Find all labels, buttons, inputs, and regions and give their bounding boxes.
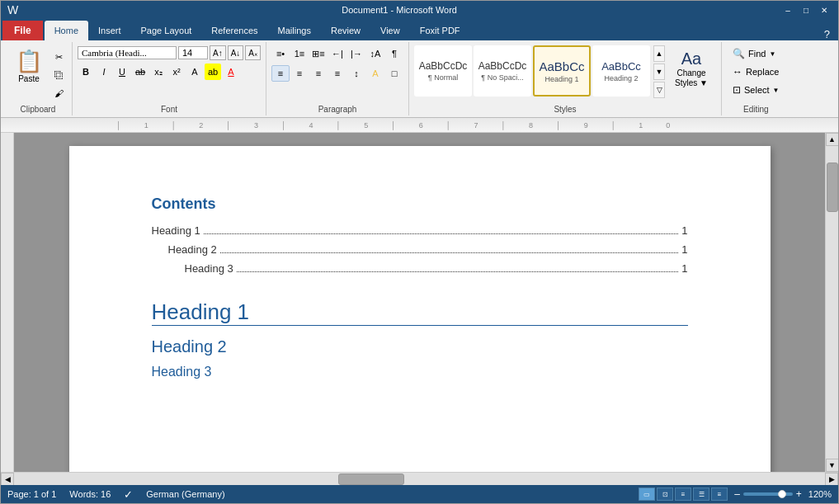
status-left: Page: 1 of 1 Words: 16 ✓ German (Germany… [7,488,225,501]
numbering-button[interactable]: 1≡ [290,45,309,62]
tab-foxit-pdf[interactable]: Foxit PDF [410,21,470,40]
toc-h3-page: 1 [681,262,687,275]
paste-button[interactable]: 📋 Paste [9,45,49,87]
toc-h2-dots [220,252,678,253]
font-size-input[interactable] [178,46,208,59]
styles-scroll-more[interactable]: ▽ [653,82,665,98]
font-size-inc-button[interactable]: A↑ [210,45,226,60]
font-size-dec-button[interactable]: A↓ [228,45,244,60]
styles-label: Styles [414,103,716,115]
styles-scroll-down[interactable]: ▼ [653,64,665,80]
hscroll-thumb[interactable] [338,473,404,485]
style-no-spacing[interactable]: AaBbCcDc ¶ No Spaci... [474,45,531,97]
italic-button[interactable]: I [96,64,112,80]
scroll-up-button[interactable]: ▲ [826,133,839,146]
indent-dec-button[interactable]: ←| [328,45,346,62]
underline-button[interactable]: U [114,64,130,80]
doc-page: Contents Heading 1 1 Heading 2 1 Heading… [69,146,771,472]
bold-button[interactable]: B [78,64,94,80]
toc-entry-h3[interactable]: Heading 3 1 [152,262,688,275]
bullets-button[interactable]: ≡• [271,45,290,62]
zoom-handle[interactable] [778,490,786,498]
toc-h1-label: Heading 1 [152,224,200,237]
hscroll-left-button[interactable]: ◀ [1,473,14,486]
replace-button[interactable]: ↔ Replace [727,64,785,80]
styles-scroll-up[interactable]: ▲ [653,45,665,62]
toc-entry-h2[interactable]: Heading 2 1 [152,243,688,256]
scrollbar-thumb[interactable] [827,163,838,212]
align-left-button[interactable]: ≡ [271,65,290,82]
zoom-out-button[interactable]: – [734,488,740,500]
tab-insert[interactable]: Insert [88,21,131,40]
draft-button[interactable]: ≡ [711,488,728,501]
multilevel-list-button[interactable]: ⊞≡ [309,45,328,62]
title-bar-controls: – □ ✕ [780,3,832,16]
outline-button[interactable]: ☰ [693,488,709,501]
clipboard-content: 📋 Paste ✂ ⿻ 🖌 [9,44,67,103]
line-spacing-button[interactable]: ↕ [347,65,365,82]
content-area: Contents Heading 1 1 Heading 2 1 Heading… [1,133,838,472]
page-count: Page: 1 of 1 [7,489,56,499]
select-button[interactable]: ⊡ Select ▼ [727,82,785,98]
heading-1: Heading 1 [152,299,688,326]
toc-title: Contents [152,195,688,213]
close-button[interactable]: ✕ [817,3,832,16]
hscroll-track[interactable] [14,473,825,485]
editing-label: Editing [727,103,785,115]
indent-inc-button[interactable]: |→ [347,45,365,62]
style-heading1[interactable]: AaBbCc Heading 1 [533,45,591,97]
styles-scroll: ▲ ▼ ▽ [653,45,665,98]
scroll-down-button[interactable]: ▼ [826,459,839,472]
text-effects-button[interactable]: A [186,64,203,80]
toc-entry-h1[interactable]: Heading 1 1 [152,224,688,237]
tab-file[interactable]: File [2,21,43,40]
clear-format-button[interactable]: Aₓ [245,45,261,60]
sort-button[interactable]: ↕A [366,45,384,62]
highlight-button[interactable]: ab [205,64,221,80]
tab-home[interactable]: Home [45,21,88,40]
toc-h2-label: Heading 2 [168,243,217,256]
minimize-button[interactable]: – [780,3,795,16]
hscroll-right-button[interactable]: ▶ [825,473,838,486]
show-marks-button[interactable]: ¶ [385,45,403,62]
zoom-in-button[interactable]: + [796,488,802,500]
justify-button[interactable]: ≡ [328,65,346,82]
change-styles-button[interactable]: Aa ChangeStyles ▼ [667,45,716,92]
style-normal[interactable]: AaBbCcDc ¶ Normal [414,45,472,97]
copy-button[interactable]: ⿻ [50,67,67,83]
spell-check-icon[interactable]: ✓ [124,488,133,501]
paragraph-content: ≡• 1≡ ⊞≡ ←| |→ ↕A ¶ ≡ ≡ ≡ ≡ ↕ A □ [271,44,403,103]
borders-button[interactable]: □ [385,65,403,82]
print-layout-button[interactable]: ▭ [639,488,655,501]
strikethrough-button[interactable]: ab [132,64,148,80]
doc-area[interactable]: Contents Heading 1 1 Heading 2 1 Heading… [14,133,825,472]
full-screen-button[interactable]: ⊡ [657,488,673,501]
zoom-level[interactable]: 120% [808,489,832,499]
font-color-button[interactable]: A [223,64,239,80]
tab-mailings[interactable]: Mailings [268,21,321,40]
language[interactable]: German (Germany) [146,489,224,499]
zoom-slider[interactable]: – + [734,488,802,500]
tab-review[interactable]: Review [321,21,370,40]
font-name-input[interactable] [78,46,177,59]
zoom-track[interactable] [743,492,793,496]
maximize-button[interactable]: □ [799,3,813,16]
style-nospace-label: ¶ No Spaci... [481,73,523,82]
tab-view[interactable]: View [370,21,410,40]
tab-page-layout[interactable]: Page Layout [131,21,202,40]
help-icon[interactable]: ? [824,28,830,40]
superscript-button[interactable]: x² [168,64,185,80]
tab-references[interactable]: References [201,21,267,40]
align-center-button[interactable]: ≡ [290,65,309,82]
align-right-button[interactable]: ≡ [309,65,328,82]
web-layout-button[interactable]: ≡ [675,488,691,501]
format-painter-button[interactable]: 🖌 [50,85,67,101]
app-window: W Document1 - Microsoft Word – □ ✕ File … [0,0,839,504]
style-heading2[interactable]: AaBbCc Heading 2 [592,45,650,97]
subscript-button[interactable]: x₂ [150,64,167,80]
title-bar-left: W [7,3,18,16]
style-h2-label: Heading 2 [604,74,638,82]
cut-button[interactable]: ✂ [50,49,67,65]
shading-button[interactable]: A [366,65,384,82]
find-button[interactable]: 🔍 Find ▼ [727,45,781,62]
